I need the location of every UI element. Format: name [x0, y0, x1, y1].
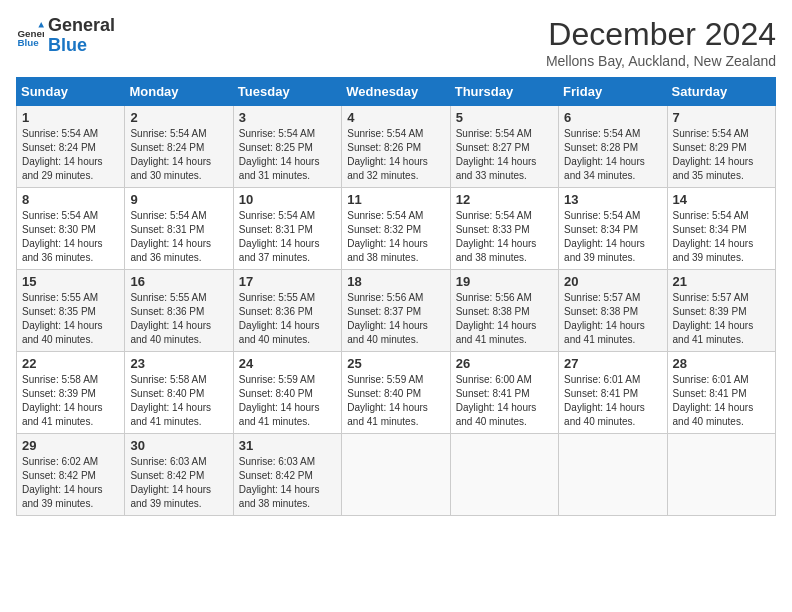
day-number: 23 — [130, 356, 227, 371]
calendar-cell: 11 Sunrise: 5:54 AM Sunset: 8:32 PM Dayl… — [342, 188, 450, 270]
calendar-subtitle: Mellons Bay, Auckland, New Zealand — [546, 53, 776, 69]
page-header: General Blue GeneralBlue December 2024 M… — [16, 16, 776, 69]
calendar-cell: 2 Sunrise: 5:54 AM Sunset: 8:24 PM Dayli… — [125, 106, 233, 188]
header-cell-wednesday: Wednesday — [342, 78, 450, 106]
day-number: 29 — [22, 438, 119, 453]
day-info: Sunrise: 6:02 AM Sunset: 8:42 PM Dayligh… — [22, 455, 119, 511]
header-cell-friday: Friday — [559, 78, 667, 106]
day-number: 10 — [239, 192, 336, 207]
day-number: 26 — [456, 356, 553, 371]
day-info: Sunrise: 5:57 AM Sunset: 8:39 PM Dayligh… — [673, 291, 770, 347]
calendar-row-week-1: 1 Sunrise: 5:54 AM Sunset: 8:24 PM Dayli… — [17, 106, 776, 188]
calendar-cell: 1 Sunrise: 5:54 AM Sunset: 8:24 PM Dayli… — [17, 106, 125, 188]
day-number: 20 — [564, 274, 661, 289]
day-number: 19 — [456, 274, 553, 289]
calendar-cell: 31 Sunrise: 6:03 AM Sunset: 8:42 PM Dayl… — [233, 434, 341, 516]
day-info: Sunrise: 5:54 AM Sunset: 8:30 PM Dayligh… — [22, 209, 119, 265]
day-info: Sunrise: 6:03 AM Sunset: 8:42 PM Dayligh… — [239, 455, 336, 511]
day-number: 27 — [564, 356, 661, 371]
calendar-cell: 12 Sunrise: 5:54 AM Sunset: 8:33 PM Dayl… — [450, 188, 558, 270]
calendar-cell: 15 Sunrise: 5:55 AM Sunset: 8:35 PM Dayl… — [17, 270, 125, 352]
calendar-cell — [342, 434, 450, 516]
day-info: Sunrise: 5:54 AM Sunset: 8:32 PM Dayligh… — [347, 209, 444, 265]
day-number: 14 — [673, 192, 770, 207]
calendar-cell: 27 Sunrise: 6:01 AM Sunset: 8:41 PM Dayl… — [559, 352, 667, 434]
calendar-cell: 19 Sunrise: 5:56 AM Sunset: 8:38 PM Dayl… — [450, 270, 558, 352]
calendar-cell: 13 Sunrise: 5:54 AM Sunset: 8:34 PM Dayl… — [559, 188, 667, 270]
day-info: Sunrise: 5:55 AM Sunset: 8:35 PM Dayligh… — [22, 291, 119, 347]
day-info: Sunrise: 5:54 AM Sunset: 8:27 PM Dayligh… — [456, 127, 553, 183]
calendar-cell: 24 Sunrise: 5:59 AM Sunset: 8:40 PM Dayl… — [233, 352, 341, 434]
calendar-cell: 17 Sunrise: 5:55 AM Sunset: 8:36 PM Dayl… — [233, 270, 341, 352]
day-info: Sunrise: 5:54 AM Sunset: 8:34 PM Dayligh… — [564, 209, 661, 265]
header-cell-thursday: Thursday — [450, 78, 558, 106]
day-info: Sunrise: 5:56 AM Sunset: 8:38 PM Dayligh… — [456, 291, 553, 347]
day-info: Sunrise: 5:54 AM Sunset: 8:24 PM Dayligh… — [22, 127, 119, 183]
day-number: 30 — [130, 438, 227, 453]
day-number: 2 — [130, 110, 227, 125]
header-cell-saturday: Saturday — [667, 78, 775, 106]
calendar-row-week-4: 22 Sunrise: 5:58 AM Sunset: 8:39 PM Dayl… — [17, 352, 776, 434]
day-number: 17 — [239, 274, 336, 289]
day-info: Sunrise: 5:56 AM Sunset: 8:37 PM Dayligh… — [347, 291, 444, 347]
calendar-body: 1 Sunrise: 5:54 AM Sunset: 8:24 PM Dayli… — [17, 106, 776, 516]
day-number: 25 — [347, 356, 444, 371]
day-number: 8 — [22, 192, 119, 207]
calendar-cell — [667, 434, 775, 516]
title-block: December 2024 Mellons Bay, Auckland, New… — [546, 16, 776, 69]
day-info: Sunrise: 5:54 AM Sunset: 8:31 PM Dayligh… — [130, 209, 227, 265]
calendar-cell: 26 Sunrise: 6:00 AM Sunset: 8:41 PM Dayl… — [450, 352, 558, 434]
calendar-cell: 6 Sunrise: 5:54 AM Sunset: 8:28 PM Dayli… — [559, 106, 667, 188]
calendar-cell — [559, 434, 667, 516]
calendar-row-week-2: 8 Sunrise: 5:54 AM Sunset: 8:30 PM Dayli… — [17, 188, 776, 270]
day-info: Sunrise: 5:54 AM Sunset: 8:29 PM Dayligh… — [673, 127, 770, 183]
day-info: Sunrise: 5:57 AM Sunset: 8:38 PM Dayligh… — [564, 291, 661, 347]
calendar-cell: 20 Sunrise: 5:57 AM Sunset: 8:38 PM Dayl… — [559, 270, 667, 352]
calendar-cell: 16 Sunrise: 5:55 AM Sunset: 8:36 PM Dayl… — [125, 270, 233, 352]
calendar-cell: 7 Sunrise: 5:54 AM Sunset: 8:29 PM Dayli… — [667, 106, 775, 188]
svg-text:Blue: Blue — [17, 37, 39, 48]
day-number: 12 — [456, 192, 553, 207]
header-cell-tuesday: Tuesday — [233, 78, 341, 106]
calendar-cell: 10 Sunrise: 5:54 AM Sunset: 8:31 PM Dayl… — [233, 188, 341, 270]
calendar-table: SundayMondayTuesdayWednesdayThursdayFrid… — [16, 77, 776, 516]
day-number: 28 — [673, 356, 770, 371]
day-info: Sunrise: 6:01 AM Sunset: 8:41 PM Dayligh… — [673, 373, 770, 429]
calendar-cell: 30 Sunrise: 6:03 AM Sunset: 8:42 PM Dayl… — [125, 434, 233, 516]
day-info: Sunrise: 5:55 AM Sunset: 8:36 PM Dayligh… — [130, 291, 227, 347]
day-info: Sunrise: 5:54 AM Sunset: 8:34 PM Dayligh… — [673, 209, 770, 265]
logo: General Blue GeneralBlue — [16, 16, 115, 56]
day-number: 1 — [22, 110, 119, 125]
calendar-cell: 25 Sunrise: 5:59 AM Sunset: 8:40 PM Dayl… — [342, 352, 450, 434]
day-number: 31 — [239, 438, 336, 453]
header-cell-sunday: Sunday — [17, 78, 125, 106]
day-info: Sunrise: 5:55 AM Sunset: 8:36 PM Dayligh… — [239, 291, 336, 347]
svg-marker-2 — [38, 22, 44, 28]
day-number: 4 — [347, 110, 444, 125]
calendar-cell: 14 Sunrise: 5:54 AM Sunset: 8:34 PM Dayl… — [667, 188, 775, 270]
day-info: Sunrise: 5:54 AM Sunset: 8:31 PM Dayligh… — [239, 209, 336, 265]
day-info: Sunrise: 5:59 AM Sunset: 8:40 PM Dayligh… — [239, 373, 336, 429]
day-number: 22 — [22, 356, 119, 371]
logo-icon: General Blue — [16, 22, 44, 50]
day-number: 7 — [673, 110, 770, 125]
header-cell-monday: Monday — [125, 78, 233, 106]
calendar-cell: 23 Sunrise: 5:58 AM Sunset: 8:40 PM Dayl… — [125, 352, 233, 434]
day-info: Sunrise: 6:00 AM Sunset: 8:41 PM Dayligh… — [456, 373, 553, 429]
calendar-cell: 4 Sunrise: 5:54 AM Sunset: 8:26 PM Dayli… — [342, 106, 450, 188]
calendar-cell — [450, 434, 558, 516]
header-row: SundayMondayTuesdayWednesdayThursdayFrid… — [17, 78, 776, 106]
day-number: 16 — [130, 274, 227, 289]
calendar-cell: 22 Sunrise: 5:58 AM Sunset: 8:39 PM Dayl… — [17, 352, 125, 434]
day-number: 3 — [239, 110, 336, 125]
calendar-cell: 29 Sunrise: 6:02 AM Sunset: 8:42 PM Dayl… — [17, 434, 125, 516]
calendar-title: December 2024 — [546, 16, 776, 53]
day-number: 18 — [347, 274, 444, 289]
day-info: Sunrise: 6:01 AM Sunset: 8:41 PM Dayligh… — [564, 373, 661, 429]
day-info: Sunrise: 5:54 AM Sunset: 8:24 PM Dayligh… — [130, 127, 227, 183]
calendar-cell: 21 Sunrise: 5:57 AM Sunset: 8:39 PM Dayl… — [667, 270, 775, 352]
day-number: 15 — [22, 274, 119, 289]
day-number: 11 — [347, 192, 444, 207]
day-info: Sunrise: 5:58 AM Sunset: 8:40 PM Dayligh… — [130, 373, 227, 429]
day-info: Sunrise: 5:59 AM Sunset: 8:40 PM Dayligh… — [347, 373, 444, 429]
